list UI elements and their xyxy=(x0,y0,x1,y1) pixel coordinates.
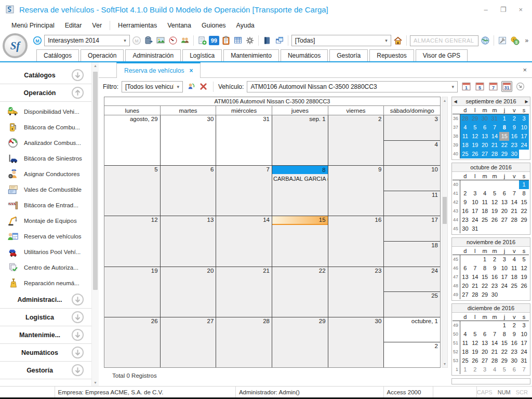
mini-day[interactable]: 2 xyxy=(509,114,519,123)
gear-icon[interactable] xyxy=(245,35,255,46)
paste-icon[interactable] xyxy=(143,35,154,46)
mini-day[interactable]: 5 xyxy=(470,330,480,339)
sidebar-section-operación[interactable]: Operación xyxy=(0,84,91,102)
weekend-half-cell[interactable]: 24 xyxy=(384,267,440,292)
mini-day[interactable]: 26 xyxy=(470,356,480,365)
mini-day[interactable]: 16 xyxy=(490,273,500,282)
calendar-day-cell[interactable]: 12 xyxy=(104,216,161,266)
mini-day[interactable]: 26 xyxy=(490,216,500,224)
mini-day[interactable]: 29 xyxy=(470,114,480,123)
mini-day[interactable] xyxy=(519,150,529,158)
badge-99-icon[interactable]: 99 xyxy=(209,36,219,45)
view-31-days-button[interactable]: 31 xyxy=(501,81,512,92)
mini-day[interactable]: 15 xyxy=(499,339,509,348)
mini-day[interactable]: 22 xyxy=(480,282,490,290)
mini-day[interactable]: 12 xyxy=(470,132,480,141)
filtro-combo[interactable]: [Todos los vehiculos] ▾ xyxy=(122,81,183,92)
mini-day[interactable]: 1 xyxy=(499,114,509,123)
book-icon[interactable] xyxy=(262,35,272,46)
mini-day[interactable]: 12 xyxy=(519,264,529,273)
mini-day[interactable] xyxy=(499,224,509,233)
menu-item-editar[interactable]: Editar xyxy=(60,20,87,31)
document-tab[interactable]: Reserva de vehículos × xyxy=(116,62,201,78)
refresh-user-icon[interactable] xyxy=(186,82,196,92)
profile-combo[interactable]: Interasystem 2014▾ xyxy=(44,35,129,46)
mini-day[interactable]: 17 xyxy=(519,339,529,348)
weekend-half-cell[interactable]: octubre, 1 xyxy=(384,317,440,343)
mini-day[interactable]: 22 xyxy=(499,141,509,150)
wrench-icon[interactable] xyxy=(497,35,508,46)
minimize-icon[interactable]: – xyxy=(484,6,488,13)
m-badge-icon[interactable]: M xyxy=(32,35,43,46)
scroll-down-icon[interactable]: ▼ xyxy=(442,362,447,366)
menu-item-ver[interactable]: Ver xyxy=(87,20,107,31)
mini-day[interactable]: 4 xyxy=(460,123,470,132)
mini-day[interactable]: 18 xyxy=(509,273,519,282)
ribbon-tab-operación[interactable]: Operación xyxy=(81,49,124,61)
weekend-half-cell[interactable]: 17 xyxy=(384,216,440,242)
mini-day[interactable]: 26 xyxy=(519,282,529,290)
mini-day[interactable]: 14 xyxy=(509,198,519,207)
calendar-day-cell[interactable]: 31 xyxy=(216,115,272,165)
menu-item-ventana[interactable]: Ventana xyxy=(162,20,196,31)
mini-day[interactable]: 15 xyxy=(499,132,509,141)
mini-day[interactable]: 3 xyxy=(480,365,490,374)
mini-day[interactable]: 10 xyxy=(519,330,529,339)
mini-day[interactable]: 28 xyxy=(490,356,500,365)
mini-day[interactable]: 29 xyxy=(499,150,509,158)
calendar-day-cell[interactable]: sep. 1 xyxy=(272,115,328,165)
mini-day[interactable]: 29 xyxy=(480,290,490,299)
mini-day[interactable]: 6 xyxy=(499,189,509,198)
mini-day[interactable]: 24 xyxy=(499,282,509,290)
mini-day[interactable]: 7 xyxy=(490,123,500,132)
mini-day[interactable]: 17 xyxy=(499,273,509,282)
mini-day[interactable]: 11 xyxy=(509,264,519,273)
mini-day[interactable]: 2 xyxy=(490,255,500,264)
sidebar-item-reparación-neumá[interactable]: Reparación neumá... xyxy=(0,275,91,291)
mini-day[interactable] xyxy=(490,224,500,233)
mini-day[interactable]: 2 xyxy=(509,321,519,330)
mini-day[interactable]: 8 xyxy=(499,330,509,339)
mini-day[interactable]: 7 xyxy=(509,189,519,198)
mini-day[interactable]: 26 xyxy=(470,150,480,158)
calendar-day-cell[interactable]: 8CARBAJAL GARCIA ( xyxy=(272,166,328,216)
scrollbar-thumb[interactable] xyxy=(93,72,98,290)
sidebar-section-administraci[interactable]: Administraci... xyxy=(0,291,91,309)
mini-day[interactable]: 21 xyxy=(470,282,480,290)
mini-day[interactable]: 1 xyxy=(480,255,490,264)
scroll-up-icon[interactable]: ▲ xyxy=(92,64,99,68)
scroll-down-icon[interactable]: ▼ xyxy=(92,381,99,384)
mini-day[interactable] xyxy=(519,290,529,299)
mini-day[interactable]: 3 xyxy=(499,255,509,264)
mini-day[interactable]: 8 xyxy=(499,123,509,132)
mini-day[interactable]: 27 xyxy=(480,356,490,365)
mini-day[interactable]: 30 xyxy=(490,290,500,299)
weekend-half-cell[interactable]: 4 xyxy=(384,141,440,166)
mini-day[interactable]: 18 xyxy=(460,141,470,150)
mini-day[interactable] xyxy=(470,321,480,330)
mini-day[interactable]: 29 xyxy=(519,216,529,224)
speed-icon[interactable] xyxy=(167,35,178,46)
mini-day[interactable] xyxy=(470,255,480,264)
mini-day[interactable] xyxy=(490,321,500,330)
almacen-input[interactable] xyxy=(410,35,478,46)
m-badge-disabled-icon[interactable]: M xyxy=(131,35,142,46)
view-1-days-button[interactable]: 1 xyxy=(461,81,472,92)
mini-day[interactable]: 22 xyxy=(499,348,509,356)
ribbon-tab-catálogos[interactable]: Catálogos xyxy=(36,49,79,61)
weekend-half-cell[interactable]: 10 xyxy=(384,166,440,191)
home-icon[interactable] xyxy=(393,35,403,46)
mini-day[interactable]: 18 xyxy=(460,348,470,356)
mini-day[interactable]: 13 xyxy=(480,132,490,141)
mini-day[interactable]: 30 xyxy=(460,224,470,233)
mini-day[interactable]: 3 xyxy=(519,114,529,123)
cascade-icon[interactable] xyxy=(274,35,285,46)
mini-day[interactable]: 10 xyxy=(470,198,480,207)
sidebar-item-reserva-de-vehículos[interactable]: Reserva de vehículos xyxy=(0,229,91,244)
mini-day[interactable]: 28 xyxy=(509,216,519,224)
mini-day[interactable]: 6 xyxy=(480,330,490,339)
mini-day[interactable]: 14 xyxy=(490,339,500,348)
menu-item-herramientas[interactable]: Herramientas xyxy=(113,20,162,31)
mini-day[interactable]: 19 xyxy=(490,207,500,216)
mini-day[interactable]: 28 xyxy=(470,290,480,299)
